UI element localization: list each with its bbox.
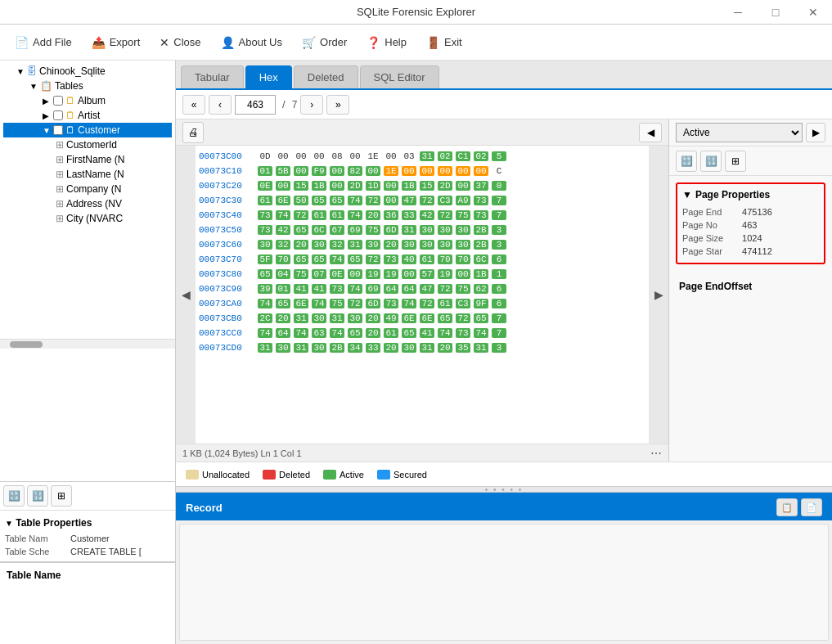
hex-byte[interactable]: 74 bbox=[276, 210, 290, 220]
hex-byte[interactable]: 20 bbox=[276, 313, 290, 323]
hex-byte[interactable]: 47 bbox=[402, 196, 416, 205]
hex-byte[interactable]: 73 bbox=[384, 254, 398, 264]
hex-byte[interactable]: 00 bbox=[402, 269, 416, 279]
hex-byte[interactable]: 30 bbox=[456, 225, 470, 235]
hex-byte[interactable]: 1B bbox=[474, 269, 488, 279]
hex-byte[interactable]: 00 bbox=[276, 181, 290, 191]
hex-byte[interactable]: 30 bbox=[438, 225, 452, 235]
hex-byte[interactable]: 5F bbox=[258, 254, 272, 264]
hex-byte[interactable]: 57 bbox=[420, 269, 434, 279]
hex-byte[interactable]: F9 bbox=[312, 166, 326, 176]
hex-byte[interactable]: 65 bbox=[294, 225, 308, 235]
tree-database[interactable]: ▼ 🗄 Chinook_Sqlite bbox=[3, 64, 172, 79]
tree-company[interactable]: ⊞ Company (N bbox=[3, 182, 172, 196]
hex-byte[interactable]: 30 bbox=[402, 343, 416, 353]
hex-byte[interactable]: 7 bbox=[492, 196, 506, 205]
hex-byte[interactable]: 41 bbox=[294, 284, 308, 294]
hex-byte[interactable]: 15 bbox=[294, 181, 308, 191]
hex-byte[interactable]: 1B bbox=[402, 181, 416, 191]
hex-byte[interactable]: 69 bbox=[366, 284, 380, 294]
hex-byte[interactable]: 65 bbox=[348, 328, 362, 338]
tree-tables[interactable]: ▼ 📋 Tables bbox=[3, 79, 172, 93]
hex-byte[interactable]: 0D bbox=[258, 151, 272, 161]
hex-byte[interactable]: 0E bbox=[330, 269, 344, 279]
hex-byte[interactable]: 31 bbox=[420, 151, 434, 161]
hex-byte[interactable]: 74 bbox=[348, 210, 362, 220]
hex-byte[interactable]: 00 bbox=[474, 166, 488, 176]
hex-byte[interactable]: 65 bbox=[402, 328, 416, 338]
page-number-input[interactable] bbox=[235, 95, 276, 115]
hex-byte[interactable]: 74 bbox=[348, 196, 362, 205]
hex-byte[interactable]: 1E bbox=[384, 166, 398, 176]
hex-byte[interactable]: 33 bbox=[402, 210, 416, 220]
hex-byte[interactable]: 2D bbox=[348, 181, 362, 191]
hex-byte[interactable]: C3 bbox=[438, 196, 452, 205]
active-status-select[interactable]: Active bbox=[676, 123, 803, 142]
hex-byte[interactable]: 3 bbox=[492, 343, 506, 353]
sort-num-button[interactable]: 🔢 bbox=[27, 485, 48, 507]
hex-byte[interactable]: 6E bbox=[276, 196, 290, 205]
hex-byte[interactable]: 00 bbox=[456, 181, 470, 191]
hex-byte[interactable]: 70 bbox=[276, 254, 290, 264]
hex-byte[interactable]: 61 bbox=[312, 210, 326, 220]
hex-byte[interactable]: 02 bbox=[474, 151, 488, 161]
hex-byte[interactable]: 61 bbox=[438, 299, 452, 308]
hex-byte[interactable]: 74 bbox=[312, 299, 326, 308]
hex-byte[interactable]: 72 bbox=[456, 313, 470, 323]
hex-byte[interactable]: 19 bbox=[438, 269, 452, 279]
hex-byte[interactable]: 31 bbox=[294, 343, 308, 353]
hex-byte[interactable]: 0 bbox=[492, 181, 506, 191]
hex-byte[interactable]: 20 bbox=[366, 328, 380, 338]
hex-byte[interactable]: 30 bbox=[312, 343, 326, 353]
tree-customer[interactable]: ▼ 🗒 Customer bbox=[3, 123, 172, 137]
hex-byte[interactable]: 75 bbox=[366, 225, 380, 235]
hex-byte[interactable]: 5 bbox=[492, 151, 506, 161]
file-tree[interactable]: ▼ 🗄 Chinook_Sqlite ▼ 📋 Tables ▶ 🗒 Album bbox=[0, 61, 175, 339]
hex-byte[interactable]: 03 bbox=[402, 151, 416, 161]
hex-byte[interactable]: 61 bbox=[258, 196, 272, 205]
hex-byte[interactable]: 6D bbox=[384, 225, 398, 235]
hex-byte[interactable]: 1E bbox=[366, 151, 380, 161]
hex-byte[interactable]: 70 bbox=[456, 254, 470, 264]
hex-byte[interactable]: 31 bbox=[294, 313, 308, 323]
hex-byte[interactable]: 73 bbox=[330, 284, 344, 294]
hex-byte[interactable]: 72 bbox=[366, 196, 380, 205]
scroll-left-hex-button[interactable]: ◀ bbox=[639, 123, 662, 142]
minimize-button[interactable]: ─ bbox=[719, 0, 757, 24]
hex-byte[interactable]: 00 bbox=[384, 196, 398, 205]
hex-byte[interactable]: 20 bbox=[384, 343, 398, 353]
hex-byte[interactable]: 6E bbox=[420, 313, 434, 323]
hex-byte[interactable]: 20 bbox=[384, 240, 398, 250]
hex-byte[interactable]: 20 bbox=[366, 210, 380, 220]
hex-byte[interactable]: 9F bbox=[474, 299, 488, 308]
hex-byte[interactable]: 74 bbox=[474, 328, 488, 338]
hex-byte[interactable]: 3 bbox=[492, 240, 506, 250]
hex-byte[interactable]: 32 bbox=[330, 240, 344, 250]
hex-byte[interactable]: 00 bbox=[294, 166, 308, 176]
hex-byte[interactable]: A9 bbox=[456, 196, 470, 205]
hex-byte[interactable]: 20 bbox=[366, 313, 380, 323]
menu-help[interactable]: ❓ Help bbox=[358, 31, 415, 54]
tab-deleted[interactable]: Deleted bbox=[294, 65, 358, 88]
hex-prev-button[interactable]: ◀ bbox=[176, 146, 196, 444]
record-export-button[interactable]: 📋 bbox=[776, 498, 798, 516]
maximize-button[interactable]: □ bbox=[757, 0, 794, 24]
hex-byte[interactable]: 72 bbox=[366, 254, 380, 264]
hex-byte[interactable]: 19 bbox=[366, 269, 380, 279]
hex-byte[interactable]: 33 bbox=[366, 343, 380, 353]
hex-byte[interactable]: 30 bbox=[276, 343, 290, 353]
hex-byte[interactable]: 1B bbox=[312, 181, 326, 191]
hex-byte[interactable]: 62 bbox=[474, 284, 488, 294]
hex-byte[interactable]: 64 bbox=[384, 284, 398, 294]
hex-byte[interactable]: 6C bbox=[312, 225, 326, 235]
menu-order[interactable]: 🛒 Order bbox=[294, 31, 355, 54]
hex-byte[interactable]: 34 bbox=[348, 343, 362, 353]
hex-byte[interactable]: 42 bbox=[420, 210, 434, 220]
hex-byte[interactable]: 30 bbox=[402, 240, 416, 250]
hex-byte[interactable]: C3 bbox=[456, 299, 470, 308]
hex-byte[interactable]: 00 bbox=[294, 151, 308, 161]
hex-byte[interactable]: 41 bbox=[312, 284, 326, 294]
hex-byte[interactable]: 64 bbox=[402, 284, 416, 294]
splitter-horizontal[interactable]: • • • • • bbox=[176, 486, 832, 493]
record-copy-button[interactable]: 📄 bbox=[801, 498, 822, 516]
